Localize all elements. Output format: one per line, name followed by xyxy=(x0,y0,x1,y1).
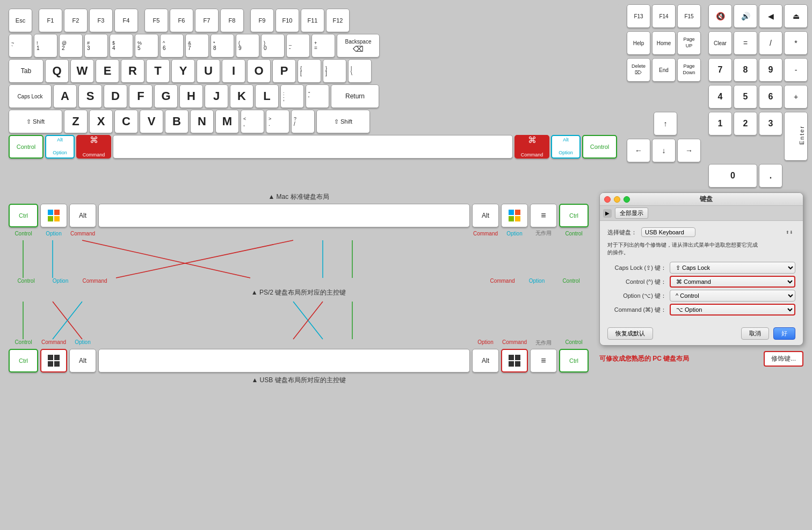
key-rbracket[interactable]: }] xyxy=(323,59,346,83)
key-tilde[interactable]: ~` xyxy=(9,34,32,58)
key-spacebar-mac[interactable] xyxy=(113,135,513,159)
key-alt-ps2-right[interactable]: Alt xyxy=(472,204,499,227)
key-win-usb-right[interactable] xyxy=(501,349,528,373)
key-e[interactable]: E xyxy=(96,59,119,83)
key-command-left-mac[interactable]: ⌘Command xyxy=(76,135,111,159)
key-arrow-down[interactable]: ↓ xyxy=(652,139,676,162)
control-select[interactable]: ⌘ Command xyxy=(670,276,795,288)
key-delete-fwd[interactable]: Delete⌦ xyxy=(627,58,650,82)
key-2[interactable]: @2 xyxy=(59,34,83,58)
key-home[interactable]: Home xyxy=(652,31,676,55)
key-period[interactable]: >. xyxy=(266,110,289,133)
key-num2[interactable]: 2 xyxy=(734,112,757,135)
key-5[interactable]: %5 xyxy=(135,34,158,58)
key-num-minus[interactable]: - xyxy=(784,58,808,82)
restore-defaults-btn[interactable]: 恢复成默认 xyxy=(607,327,653,340)
key-arrow-right[interactable]: → xyxy=(677,139,701,162)
key-quote[interactable]: "' xyxy=(306,84,329,108)
key-pagedown[interactable]: PageDown xyxy=(677,58,701,82)
key-num0[interactable]: 0 xyxy=(708,164,757,188)
key-eject[interactable]: ⏏ xyxy=(784,4,808,28)
key-pageup[interactable]: PageUP xyxy=(677,31,701,55)
key-n[interactable]: N xyxy=(190,110,214,133)
key-ctrl-ps2-left[interactable]: Ctrl xyxy=(9,204,38,227)
key-f5[interactable]: F5 xyxy=(144,9,168,32)
key-control-left-mac[interactable]: Control xyxy=(9,135,44,159)
key-esc[interactable]: Esc xyxy=(9,9,32,32)
cancel-btn[interactable]: 取消 xyxy=(741,327,769,340)
key-win-ps2-left[interactable] xyxy=(40,204,67,227)
key-return[interactable]: Return xyxy=(331,84,379,108)
close-button[interactable] xyxy=(604,196,611,203)
key-minus[interactable]: _- xyxy=(286,34,310,58)
key-t[interactable]: T xyxy=(146,59,170,83)
key-a[interactable]: A xyxy=(53,84,77,108)
key-f[interactable]: F xyxy=(129,84,153,108)
key-num-slash[interactable]: / xyxy=(759,31,782,55)
key-f8[interactable]: F8 xyxy=(220,9,244,32)
command-select[interactable]: ⌥ Option xyxy=(670,304,795,316)
ok-btn[interactable]: 好 xyxy=(773,327,795,340)
key-shift-left[interactable]: ⇧ Shift xyxy=(9,110,62,133)
key-h[interactable]: H xyxy=(179,84,203,108)
key-option-left-mac[interactable]: AltOption xyxy=(45,135,75,159)
key-s[interactable]: S xyxy=(78,84,102,108)
key-3[interactable]: #3 xyxy=(84,34,108,58)
key-rewind[interactable]: ◀ xyxy=(759,4,782,28)
key-r[interactable]: R xyxy=(121,59,144,83)
key-command-right-mac[interactable]: ⌘Command xyxy=(514,135,549,159)
key-f1[interactable]: F1 xyxy=(39,9,62,32)
key-backslash[interactable]: |\ xyxy=(348,59,372,83)
key-vol-up[interactable]: 🔊 xyxy=(734,4,757,28)
key-arrow-up[interactable]: ↑ xyxy=(654,112,677,135)
key-alt-usb-right[interactable]: Alt xyxy=(472,349,499,373)
key-vol-mute[interactable]: 🔇 xyxy=(708,4,732,28)
key-f2[interactable]: F2 xyxy=(64,9,88,32)
key-end[interactable]: End xyxy=(652,58,676,82)
key-f15[interactable]: F15 xyxy=(677,4,701,28)
key-f4[interactable]: F4 xyxy=(114,9,138,32)
key-shift-right[interactable]: ⇧ Shift xyxy=(316,110,370,133)
key-f10[interactable]: F10 xyxy=(276,9,299,32)
key-f14[interactable]: F14 xyxy=(652,4,676,28)
key-alt-usb-left[interactable]: Alt xyxy=(69,349,96,373)
key-alt-ps2-left[interactable]: Alt xyxy=(69,204,96,227)
key-z[interactable]: Z xyxy=(64,110,88,133)
key-4[interactable]: $4 xyxy=(110,34,133,58)
key-o[interactable]: O xyxy=(247,59,271,83)
key-num-dot[interactable]: . xyxy=(759,164,782,188)
key-num-multiply[interactable]: * xyxy=(784,31,808,55)
key-d[interactable]: D xyxy=(104,84,127,108)
key-capslock[interactable]: Caps Lock xyxy=(9,84,52,108)
key-m[interactable]: M xyxy=(215,110,239,133)
show-all-btn[interactable]: 全部显示 xyxy=(615,207,648,219)
key-num4[interactable]: 4 xyxy=(708,85,732,109)
key-num7[interactable]: 7 xyxy=(708,58,732,82)
key-g[interactable]: G xyxy=(154,84,178,108)
key-0[interactable]: )0 xyxy=(261,34,285,58)
key-comma[interactable]: <, xyxy=(241,110,264,133)
key-i[interactable]: I xyxy=(222,59,245,83)
key-f11[interactable]: F11 xyxy=(301,9,324,32)
key-win-usb-left[interactable] xyxy=(40,349,67,373)
option-select[interactable]: ^ Control xyxy=(670,290,795,302)
key-8[interactable]: *8 xyxy=(211,34,234,58)
key-control-right-mac[interactable]: Control xyxy=(582,135,617,159)
key-space-ps2[interactable] xyxy=(98,204,470,227)
key-context-usb[interactable]: ≡ xyxy=(530,349,557,373)
key-1[interactable]: !1 xyxy=(34,34,57,58)
key-clear[interactable]: Clear xyxy=(708,31,732,55)
key-f13[interactable]: F13 xyxy=(627,4,650,28)
key-num3[interactable]: 3 xyxy=(759,112,782,135)
key-win-ps2-right[interactable] xyxy=(501,204,528,227)
key-lbracket[interactable]: {[ xyxy=(298,59,321,83)
key-num1[interactable]: 1 xyxy=(708,112,732,135)
key-c[interactable]: C xyxy=(114,110,138,133)
key-num-equal[interactable]: = xyxy=(734,31,757,55)
key-ctrl-usb-left[interactable]: Ctrl xyxy=(9,349,38,373)
key-q[interactable]: Q xyxy=(45,59,69,83)
key-slash[interactable]: ?/ xyxy=(291,110,315,133)
key-l[interactable]: L xyxy=(255,84,279,108)
key-7[interactable]: &7 xyxy=(185,34,209,58)
key-w[interactable]: W xyxy=(70,59,94,83)
